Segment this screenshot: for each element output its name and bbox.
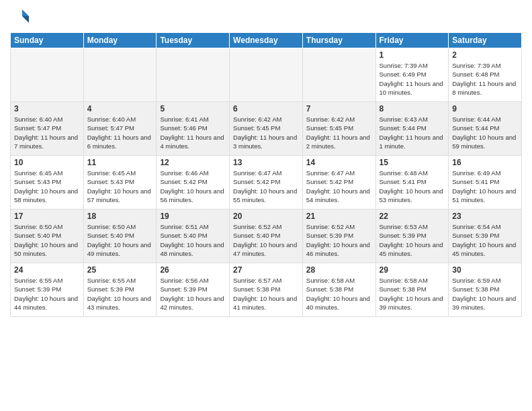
day-info: Sunrise: 6:42 AM Sunset: 5:45 PM Dayligh… [306, 115, 372, 150]
day-number: 11 [87, 158, 153, 167]
day-number: 23 [452, 212, 518, 221]
day-number: 15 [380, 158, 445, 167]
day-info: Sunrise: 6:48 AM Sunset: 5:41 PM Dayligh… [380, 169, 445, 204]
calendar-week-row: 3Sunrise: 6:40 AM Sunset: 5:47 PM Daylig… [11, 102, 522, 156]
day-info: Sunrise: 6:45 AM Sunset: 5:43 PM Dayligh… [14, 169, 80, 204]
calendar-cell: 19Sunrise: 6:51 AM Sunset: 5:40 PM Dayli… [157, 210, 230, 263]
day-number: 26 [160, 265, 226, 275]
calendar-cell: 20Sunrise: 6:52 AM Sunset: 5:40 PM Dayli… [230, 210, 303, 263]
day-number: 17 [14, 212, 80, 221]
logo-icon [10, 7, 30, 27]
day-number: 13 [233, 158, 299, 167]
day-number: 19 [160, 212, 226, 221]
weekday-header: Friday [375, 33, 449, 48]
calendar-cell: 4Sunrise: 6:40 AM Sunset: 5:47 PM Daylig… [83, 102, 157, 156]
calendar-cell: 5Sunrise: 6:41 AM Sunset: 5:46 PM Daylig… [157, 102, 230, 156]
weekday-header: Sunday [11, 33, 84, 48]
day-info: Sunrise: 6:47 AM Sunset: 5:42 PM Dayligh… [233, 169, 299, 204]
calendar-cell: 10Sunrise: 6:45 AM Sunset: 5:43 PM Dayli… [11, 156, 84, 210]
day-number: 12 [160, 158, 226, 167]
calendar-cell: 14Sunrise: 6:47 AM Sunset: 5:42 PM Dayli… [302, 156, 375, 210]
weekday-header: Monday [83, 33, 157, 48]
day-info: Sunrise: 6:46 AM Sunset: 5:42 PM Dayligh… [160, 169, 226, 204]
day-info: Sunrise: 6:53 AM Sunset: 5:39 PM Dayligh… [380, 222, 445, 258]
calendar-week-row: 17Sunrise: 6:50 AM Sunset: 5:40 PM Dayli… [11, 210, 522, 263]
calendar-cell: 26Sunrise: 6:56 AM Sunset: 5:39 PM Dayli… [157, 263, 230, 317]
calendar-cell: 7Sunrise: 6:42 AM Sunset: 5:45 PM Daylig… [302, 102, 375, 156]
calendar-cell [157, 48, 230, 102]
day-info: Sunrise: 6:45 AM Sunset: 5:43 PM Dayligh… [87, 169, 153, 204]
calendar-cell: 23Sunrise: 6:54 AM Sunset: 5:39 PM Dayli… [449, 210, 522, 263]
calendar-cell: 8Sunrise: 6:43 AM Sunset: 5:44 PM Daylig… [375, 102, 449, 156]
day-info: Sunrise: 6:43 AM Sunset: 5:44 PM Dayligh… [380, 115, 445, 150]
day-number: 27 [233, 265, 299, 275]
calendar-cell: 1Sunrise: 7:39 AM Sunset: 6:49 PM Daylig… [375, 48, 449, 102]
day-number: 24 [14, 265, 80, 275]
day-number: 5 [160, 104, 226, 113]
day-info: Sunrise: 6:52 AM Sunset: 5:39 PM Dayligh… [306, 222, 372, 258]
calendar-cell [230, 48, 303, 102]
day-info: Sunrise: 7:39 AM Sunset: 6:49 PM Dayligh… [380, 61, 445, 97]
calendar-cell: 24Sunrise: 6:55 AM Sunset: 5:39 PM Dayli… [11, 263, 84, 317]
calendar-cell: 21Sunrise: 6:52 AM Sunset: 5:39 PM Dayli… [302, 210, 375, 263]
calendar: SundayMondayTuesdayWednesdayThursdayFrid… [10, 32, 522, 317]
day-number: 4 [87, 104, 153, 113]
day-info: Sunrise: 6:56 AM Sunset: 5:39 PM Dayligh… [160, 276, 226, 312]
page: SundayMondayTuesdayWednesdayThursdayFrid… [0, 0, 532, 411]
calendar-cell: 28Sunrise: 6:58 AM Sunset: 5:38 PM Dayli… [302, 263, 375, 317]
day-info: Sunrise: 6:50 AM Sunset: 5:40 PM Dayligh… [14, 222, 80, 258]
day-number: 2 [452, 50, 518, 60]
calendar-week-row: 10Sunrise: 6:45 AM Sunset: 5:43 PM Dayli… [11, 156, 522, 210]
calendar-cell: 12Sunrise: 6:46 AM Sunset: 5:42 PM Dayli… [157, 156, 230, 210]
day-number: 1 [380, 50, 445, 60]
day-number: 25 [87, 265, 153, 275]
day-info: Sunrise: 6:51 AM Sunset: 5:40 PM Dayligh… [160, 222, 226, 258]
day-info: Sunrise: 6:55 AM Sunset: 5:39 PM Dayligh… [87, 276, 153, 312]
day-info: Sunrise: 6:52 AM Sunset: 5:40 PM Dayligh… [233, 222, 299, 258]
logo [10, 7, 33, 27]
day-number: 9 [452, 104, 518, 113]
calendar-cell: 15Sunrise: 6:48 AM Sunset: 5:41 PM Dayli… [375, 156, 449, 210]
calendar-cell: 16Sunrise: 6:49 AM Sunset: 5:41 PM Dayli… [449, 156, 522, 210]
calendar-cell [302, 48, 375, 102]
weekday-header: Tuesday [157, 33, 230, 48]
svg-marker-0 [22, 9, 29, 16]
calendar-cell [11, 48, 84, 102]
day-number: 14 [306, 158, 372, 167]
day-info: Sunrise: 6:58 AM Sunset: 5:38 PM Dayligh… [380, 276, 445, 312]
calendar-cell: 3Sunrise: 6:40 AM Sunset: 5:47 PM Daylig… [11, 102, 84, 156]
calendar-cell: 27Sunrise: 6:57 AM Sunset: 5:38 PM Dayli… [230, 263, 303, 317]
day-number: 18 [87, 212, 153, 221]
calendar-cell: 6Sunrise: 6:42 AM Sunset: 5:45 PM Daylig… [230, 102, 303, 156]
day-info: Sunrise: 6:50 AM Sunset: 5:40 PM Dayligh… [87, 222, 153, 258]
calendar-cell: 25Sunrise: 6:55 AM Sunset: 5:39 PM Dayli… [83, 263, 157, 317]
calendar-cell: 17Sunrise: 6:50 AM Sunset: 5:40 PM Dayli… [11, 210, 84, 263]
day-number: 30 [452, 265, 518, 275]
weekday-header: Thursday [302, 33, 375, 48]
day-info: Sunrise: 6:41 AM Sunset: 5:46 PM Dayligh… [160, 115, 226, 150]
day-info: Sunrise: 6:57 AM Sunset: 5:38 PM Dayligh… [233, 276, 299, 312]
day-info: Sunrise: 6:55 AM Sunset: 5:39 PM Dayligh… [14, 276, 80, 312]
day-info: Sunrise: 6:40 AM Sunset: 5:47 PM Dayligh… [14, 115, 80, 150]
weekday-header: Wednesday [230, 33, 303, 48]
day-info: Sunrise: 6:40 AM Sunset: 5:47 PM Dayligh… [87, 115, 153, 150]
day-number: 20 [233, 212, 299, 221]
calendar-cell: 13Sunrise: 6:47 AM Sunset: 5:42 PM Dayli… [230, 156, 303, 210]
day-number: 22 [380, 212, 445, 221]
weekday-header: Saturday [449, 33, 522, 48]
calendar-cell: 11Sunrise: 6:45 AM Sunset: 5:43 PM Dayli… [83, 156, 157, 210]
svg-marker-1 [22, 16, 29, 23]
day-info: Sunrise: 6:49 AM Sunset: 5:41 PM Dayligh… [452, 169, 518, 204]
header [10, 7, 522, 27]
calendar-cell: 18Sunrise: 6:50 AM Sunset: 5:40 PM Dayli… [83, 210, 157, 263]
day-info: Sunrise: 6:47 AM Sunset: 5:42 PM Dayligh… [306, 169, 372, 204]
day-info: Sunrise: 6:58 AM Sunset: 5:38 PM Dayligh… [306, 276, 372, 312]
day-number: 6 [233, 104, 299, 113]
calendar-week-row: 24Sunrise: 6:55 AM Sunset: 5:39 PM Dayli… [11, 263, 522, 317]
calendar-cell: 30Sunrise: 6:59 AM Sunset: 5:38 PM Dayli… [449, 263, 522, 317]
calendar-cell: 9Sunrise: 6:44 AM Sunset: 5:44 PM Daylig… [449, 102, 522, 156]
day-info: Sunrise: 6:42 AM Sunset: 5:45 PM Dayligh… [233, 115, 299, 150]
day-number: 10 [14, 158, 80, 167]
day-info: Sunrise: 6:59 AM Sunset: 5:38 PM Dayligh… [452, 276, 518, 312]
day-number: 28 [306, 265, 372, 275]
